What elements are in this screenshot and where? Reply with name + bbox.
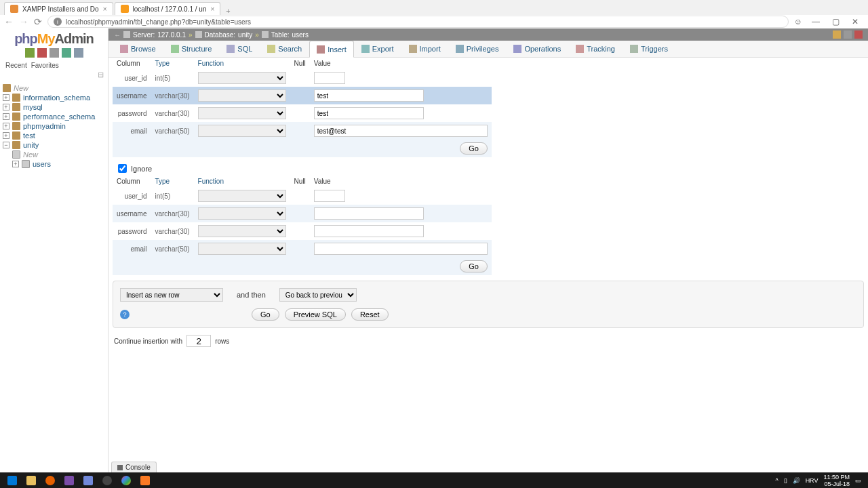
- reset-button[interactable]: Reset: [351, 308, 389, 321]
- browser-tab-1[interactable]: XAMPP Installers and Do ×: [4, 2, 113, 15]
- task-app3[interactable]: [98, 472, 117, 488]
- start-button[interactable]: [3, 472, 22, 488]
- close-window-button[interactable]: ✕: [852, 17, 859, 26]
- value-input[interactable]: [314, 89, 424, 102]
- network-icon[interactable]: ▯: [784, 477, 787, 484]
- header-function[interactable]: Function: [194, 58, 290, 69]
- tab-sql[interactable]: SQL: [219, 41, 260, 57]
- tab-browse[interactable]: Browse: [113, 41, 163, 57]
- function-select[interactable]: [198, 225, 286, 237]
- recent-tab[interactable]: Recent: [5, 62, 27, 69]
- header-type[interactable]: Type: [151, 176, 193, 187]
- new-tab-button[interactable]: +: [222, 7, 234, 15]
- value-input[interactable]: [314, 207, 424, 220]
- bc-table[interactable]: users: [292, 31, 308, 39]
- continue-rows-input[interactable]: [186, 335, 211, 347]
- function-select[interactable]: [198, 72, 286, 84]
- tree-new[interactable]: New: [3, 83, 106, 93]
- expand-icon[interactable]: +: [3, 113, 9, 120]
- star-icon[interactable]: [833, 30, 841, 39]
- url-field[interactable]: i localhost/phpmyadmin/tbl_change.php?db…: [47, 16, 789, 28]
- value-input[interactable]: [314, 243, 488, 255]
- function-select[interactable]: [198, 125, 286, 137]
- bc-server[interactable]: 127.0.0.1: [157, 31, 186, 39]
- task-firefox[interactable]: [41, 472, 60, 488]
- tree-db[interactable]: +mysql: [3, 102, 106, 112]
- tab-import[interactable]: Import: [401, 41, 448, 57]
- go-button-main[interactable]: Go: [252, 308, 279, 321]
- go-button-1[interactable]: Go: [460, 142, 488, 155]
- task-chrome[interactable]: [117, 472, 136, 488]
- tree-db[interactable]: +information_schema: [3, 93, 106, 102]
- tray-expand-icon[interactable]: ^: [775, 477, 778, 484]
- tab-triggers[interactable]: Triggers: [623, 41, 675, 57]
- bc-database[interactable]: unity: [238, 31, 252, 39]
- gear-icon[interactable]: [844, 30, 852, 39]
- maximize-button[interactable]: ▢: [832, 17, 840, 26]
- tab-insert[interactable]: Insert: [309, 41, 354, 58]
- value-input[interactable]: [314, 107, 424, 119]
- task-app2[interactable]: [79, 472, 98, 488]
- collapse-nav-icon[interactable]: ←: [114, 31, 121, 39]
- favorites-tab[interactable]: Favorites: [31, 62, 59, 69]
- function-select[interactable]: [198, 190, 286, 202]
- close-icon[interactable]: ×: [103, 5, 107, 13]
- settings-icon[interactable]: [50, 48, 59, 58]
- exit-icon[interactable]: [854, 30, 863, 39]
- tree-table-users[interactable]: +users: [3, 159, 106, 169]
- go-button-2[interactable]: Go: [460, 260, 488, 272]
- site-info-icon[interactable]: i: [54, 18, 62, 26]
- value-input[interactable]: [314, 125, 488, 137]
- preview-sql-button[interactable]: Preview SQL: [285, 308, 346, 321]
- help-icon[interactable]: ?: [120, 310, 130, 319]
- expand-icon[interactable]: +: [12, 161, 19, 167]
- tab-search[interactable]: Search: [260, 41, 309, 57]
- tab-tracking[interactable]: Tracking: [568, 41, 623, 57]
- task-xampp[interactable]: [136, 472, 155, 488]
- function-select[interactable]: [198, 107, 286, 119]
- tree-db[interactable]: +test: [3, 131, 106, 140]
- close-icon[interactable]: ×: [210, 5, 214, 13]
- collapse-icon[interactable]: −: [3, 142, 9, 148]
- docs-icon[interactable]: [62, 48, 71, 58]
- tree-db[interactable]: +performance_schema: [3, 112, 106, 121]
- insert-mode-select[interactable]: Insert as new row: [120, 288, 223, 302]
- tab-structure[interactable]: Structure: [163, 41, 220, 57]
- back-button[interactable]: ←: [4, 16, 14, 27]
- console-tab[interactable]: Console: [111, 462, 157, 472]
- header-function[interactable]: Function: [194, 176, 290, 187]
- after-action-select[interactable]: Go back to previous page: [279, 288, 357, 302]
- profile-icon[interactable]: ☺: [794, 17, 802, 26]
- tree-db-unity[interactable]: −unity: [3, 140, 106, 150]
- task-app1[interactable]: [60, 472, 79, 488]
- tab-privileges[interactable]: Privileges: [448, 41, 507, 57]
- volume-icon[interactable]: 🔊: [793, 477, 800, 484]
- expand-icon[interactable]: +: [3, 132, 9, 139]
- reload-icon[interactable]: [74, 48, 83, 58]
- forward-button[interactable]: →: [19, 16, 28, 27]
- expand-icon[interactable]: +: [3, 104, 9, 110]
- task-explorer[interactable]: [22, 472, 41, 488]
- reload-button[interactable]: ⟳: [34, 16, 42, 27]
- tree-db[interactable]: +phpmyadmin: [3, 121, 106, 131]
- value-input[interactable]: [314, 72, 345, 84]
- clock[interactable]: 11:50 PM 05-Jul-18: [823, 474, 850, 487]
- collapse-sidebar-icon[interactable]: ⊟: [0, 69, 108, 81]
- notifications-icon[interactable]: ▭: [855, 477, 861, 484]
- tab-export[interactable]: Export: [354, 41, 401, 57]
- header-type[interactable]: Type: [151, 58, 193, 69]
- tab-operations[interactable]: Operations: [506, 41, 568, 57]
- home-icon[interactable]: [25, 48, 35, 58]
- browser-tab-2[interactable]: localhost / 127.0.0.1 / un ×: [115, 2, 221, 15]
- function-select[interactable]: [198, 89, 286, 102]
- tree-new-table[interactable]: New: [3, 150, 106, 159]
- language-indicator[interactable]: HRV: [806, 477, 818, 484]
- logout-icon[interactable]: [37, 48, 47, 58]
- function-select[interactable]: [198, 207, 286, 220]
- function-select[interactable]: [198, 243, 286, 255]
- expand-icon[interactable]: +: [3, 123, 9, 129]
- value-input[interactable]: [314, 225, 424, 237]
- minimize-button[interactable]: —: [812, 17, 820, 26]
- expand-icon[interactable]: +: [3, 94, 9, 101]
- ignore-checkbox[interactable]: [118, 164, 127, 173]
